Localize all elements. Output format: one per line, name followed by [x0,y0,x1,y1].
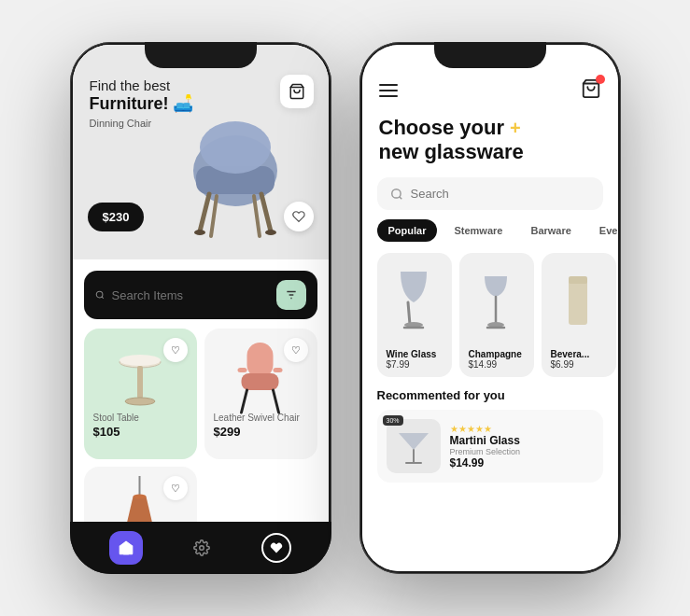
svg-point-29 [200,546,204,551]
hero-banner: Find the best Furniture! 🛋️ Dinning Chai… [73,45,329,259]
beverage-image [551,264,607,343]
p2-products-row: Wine Glass $7.99 [362,253,618,388]
svg-rect-24 [274,368,283,372]
svg-line-22 [274,390,279,413]
hero-furniture: Furniture! 🛋️ [90,93,194,114]
p2-cart-button[interactable] [581,78,601,103]
recommended-card[interactable]: 30% ★★★★★ Martini Glass Premium Selectio… [377,410,603,483]
favorite-icon [270,541,283,554]
svg-point-27 [134,495,147,499]
tab-popular[interactable]: Popular [377,219,438,242]
champagne-card[interactable]: Champagne $14.99 [459,253,534,377]
menu-button[interactable] [379,84,398,97]
cart-button[interactable] [280,75,314,108]
svg-rect-20 [242,373,279,390]
price-badge: $230 [88,203,145,231]
svg-point-18 [125,398,155,405]
search-bar[interactable] [84,271,317,319]
rec-stars: ★★★★★ [450,424,521,434]
hero-find: Find the best [90,77,194,93]
product-leather-chair[interactable]: ♡ [204,329,317,459]
p2-search-icon [390,188,403,201]
svg-line-6 [211,196,217,236]
hero-text: Find the best Furniture! 🛋️ Dinning Chai… [90,77,194,129]
title-line2: new glassware [379,140,601,164]
home-nav-button[interactable] [109,531,143,565]
bottom-navigation [73,522,329,571]
filter-icon [285,288,298,301]
chair2-image [231,338,291,426]
wine-glass-image [387,264,443,343]
recommended-title: Recommented for you [362,388,618,410]
champagne-price: $14.99 [469,359,525,370]
svg-point-9 [265,230,276,235]
p2-title-area: Choose your + new glassware [362,112,618,172]
chair-image [170,119,319,259]
champagne-image [469,264,525,343]
scene: Find the best Furniture! 🛋️ Dinning Chai… [70,42,621,574]
settings-icon [193,539,210,556]
svg-point-16 [120,355,161,366]
svg-rect-39 [569,276,587,284]
title-line1: Choose your + [379,116,601,140]
plus-decoration: + [510,118,521,139]
filter-button[interactable] [276,280,306,310]
settings-nav-button[interactable] [185,531,218,565]
svg-point-8 [194,230,205,235]
phone2-content: Choose your + new glassware Popular Stem… [362,45,618,571]
svg-line-4 [200,194,209,231]
champagne-name: Champagne [469,349,525,359]
p2-search-input[interactable] [411,187,590,201]
p2-header [362,45,618,112]
phone-2: Choose your + new glassware Popular Stem… [359,42,621,574]
beverage-price: $6.99 [551,359,607,370]
wine-glass-card[interactable]: Wine Glass $7.99 [377,253,452,377]
svg-point-3 [200,121,271,174]
hero-favorite-button[interactable] [284,202,314,231]
leather-chair-price: $299 [214,425,241,439]
svg-line-32 [399,196,401,199]
stool-table-price: $105 [93,425,120,439]
beverage-name: Bevera... [551,349,607,359]
discount-badge: 30% [383,415,403,426]
svg-line-7 [254,196,260,236]
svg-rect-23 [238,368,247,372]
tab-barware[interactable]: Barware [519,219,582,242]
beverage-card[interactable]: Bevera... $6.99 [542,253,616,377]
phone-1: Find the best Furniture! 🛋️ Dinning Chai… [70,42,331,574]
product-stool-table[interactable]: ♡ [84,329,197,459]
rec-price: $14.99 [450,456,521,469]
lamp-favorite-button[interactable]: ♡ [163,476,188,500]
tab-other[interactable]: Eve... [588,219,618,242]
svg-rect-17 [137,366,143,399]
svg-rect-28 [124,550,129,554]
phone1-content: Find the best Furniture! 🛋️ Dinning Chai… [73,45,329,571]
stool-image [112,345,168,419]
svg-line-5 [261,194,271,231]
martini-image: 30% [387,419,441,473]
wine-glass-name: Wine Glass [387,349,443,359]
svg-line-21 [242,390,247,413]
search-input[interactable] [112,288,269,302]
rec-name: Martini Glass [450,434,521,447]
favorite-nav-button[interactable] [261,533,291,563]
search-icon [95,288,105,301]
tab-stemware[interactable]: Stemware [443,219,514,242]
svg-line-11 [101,297,103,299]
svg-point-31 [391,189,400,197]
category-tabs: Popular Stemware Barware Eve... [362,219,618,253]
p2-search-bar[interactable] [377,177,603,210]
home-icon [118,539,134,556]
svg-point-10 [96,291,103,298]
svg-rect-19 [247,343,274,378]
cart-badge [596,75,605,84]
rec-subtitle: Premium Selection [450,447,521,456]
wine-glass-price: $7.99 [387,359,443,370]
hero-subtitle: Dinning Chair [90,118,194,129]
rec-info: ★★★★★ Martini Glass Premium Selection $1… [450,424,521,469]
